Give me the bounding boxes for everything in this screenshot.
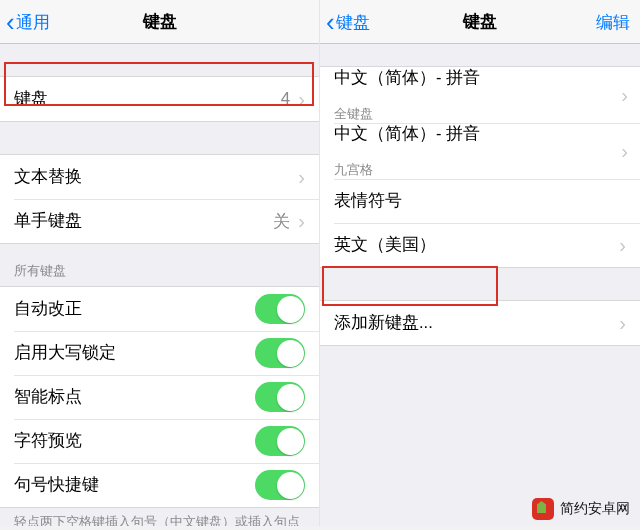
- chevron-right-icon: ›: [298, 210, 305, 233]
- cell-caps-lock: 启用大写锁定: [0, 331, 319, 375]
- watermark-text: 简约安卓网: [560, 500, 630, 518]
- chevron-left-icon: ‹: [326, 0, 335, 44]
- switch-caps-lock[interactable]: [255, 338, 305, 368]
- keyboard-item-english-us[interactable]: 英文（美国） ›: [320, 223, 640, 267]
- page-title-right: 键盘: [463, 10, 497, 33]
- switch-char-preview[interactable]: [255, 426, 305, 456]
- cell-auto-correct: 自动改正: [0, 287, 319, 331]
- back-button-general[interactable]: ‹ 通用: [6, 0, 50, 44]
- page-title-left: 键盘: [143, 10, 177, 33]
- chevron-right-icon: ›: [619, 234, 626, 257]
- label-one-hand: 单手键盘: [14, 210, 273, 232]
- cell-add-keyboard[interactable]: 添加新键盘... ›: [320, 301, 640, 345]
- cell-one-hand[interactable]: 单手键盘 关 ›: [0, 199, 319, 243]
- chevron-right-icon: ›: [621, 140, 628, 163]
- chevron-right-icon: ›: [621, 84, 628, 107]
- keyboard-item-pinyin-full[interactable]: 中文（简体）- 拼音 全键盘 ›: [320, 67, 640, 123]
- label-text-replace: 文本替换: [14, 166, 290, 188]
- back-button-keyboard[interactable]: ‹ 键盘: [326, 0, 370, 44]
- cell-text-replace[interactable]: 文本替换 ›: [0, 155, 319, 199]
- chevron-right-icon: ›: [298, 88, 305, 111]
- keyboards-count: 4: [281, 89, 290, 109]
- chevron-left-icon: ‹: [6, 0, 15, 44]
- android-icon: [532, 498, 554, 520]
- chevron-right-icon: ›: [619, 312, 626, 335]
- cell-char-preview: 字符预览: [0, 419, 319, 463]
- one-hand-value: 关: [273, 210, 290, 233]
- back-label: 通用: [16, 11, 50, 34]
- section-all-keyboards: 所有键盘: [0, 244, 319, 286]
- cell-smart-punct: 智能标点: [0, 375, 319, 419]
- label-keyboards: 键盘: [14, 88, 281, 110]
- switch-period-shortcut[interactable]: [255, 470, 305, 500]
- keyboard-item-emoji[interactable]: 表情符号: [320, 179, 640, 223]
- keyboard-item-pinyin-9grid[interactable]: 中文（简体）- 拼音 九宫格 ›: [320, 123, 640, 179]
- switch-auto-correct[interactable]: [255, 294, 305, 324]
- edit-button[interactable]: 编辑: [596, 0, 630, 44]
- switch-smart-punct[interactable]: [255, 382, 305, 412]
- chevron-right-icon: ›: [298, 166, 305, 189]
- cell-keyboards[interactable]: 键盘 4 ›: [0, 77, 319, 121]
- cell-period-shortcut: 句号快捷键: [0, 463, 319, 507]
- back-label: 键盘: [336, 11, 370, 34]
- watermark: 简约安卓网: [532, 498, 630, 520]
